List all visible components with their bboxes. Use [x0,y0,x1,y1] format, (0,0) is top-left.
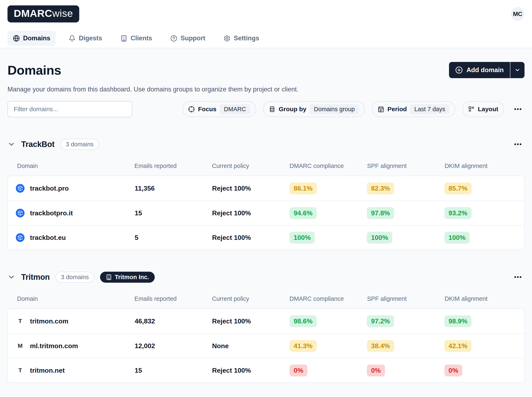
nav-item-label: Settings [234,35,259,42]
nav-item-support[interactable]: Support [165,31,211,46]
rows-icon [269,106,275,112]
logo-text-bold: DMARC [14,7,52,19]
table-header-row: DomainEmails reportedCurrent policyDMARC… [7,162,525,169]
emails-reported: 5 [125,234,202,242]
plus-circle-icon [455,66,463,74]
column-header: Current policy [202,295,280,302]
dkim-alignment-badge: 98.9% [444,315,472,327]
column-header: SPF alignment [357,295,435,302]
table-row[interactable]: trackbotpro.it 15 Reject 100% 94.6% 97.8… [8,201,524,225]
nav-item-label: Digests [79,35,102,42]
current-policy: Reject 100% [203,317,280,325]
dkim-alignment-badge: 85.7% [444,182,472,194]
column-header: DMARC compliance [280,295,357,302]
group-domain-count: 3 domains [56,272,94,283]
emails-reported: 15 [125,209,202,217]
nav-item-label: Domains [23,35,50,42]
column-header: DKIM alignment [435,295,525,302]
domain-favicon-icon [16,184,25,193]
domain-group-tritmon: Tritmon 3 domains Tritmon Inc. DomainEma… [7,270,525,383]
column-header: DKIM alignment [435,162,525,169]
domain-name: tritmon.com [30,317,69,325]
filter-domains-input[interactable] [7,101,132,117]
domain-letter-icon: M [16,342,25,349]
current-policy: Reject 100% [203,367,280,374]
building-icon [120,35,127,42]
dkim-alignment-badge: 100% [444,232,470,244]
domain-name: trackbot.eu [30,234,66,242]
current-policy: Reject 100% [203,234,280,242]
group-domain-count: 3 domains [60,139,99,150]
table-row[interactable]: trackbot.eu 5 Reject 100% 100% 100% 100% [8,225,524,250]
domain-name: trackbot.pro [30,185,69,192]
spf-alignment-badge: 82.3% [367,182,394,194]
domain-name: tritmon.net [30,367,65,374]
add-domain-button[interactable]: Add domain [449,62,510,78]
control-label: Group by [279,105,306,113]
table-header-row: DomainEmails reportedCurrent policyDMARC… [7,295,525,302]
building-icon [106,274,112,280]
page-title: Domains [7,63,61,78]
spf-alignment-badge: 38.4% [367,340,394,352]
nav-item-domains[interactable]: Domains [7,31,56,46]
spf-alignment-badge: 97.2% [367,315,394,327]
current-policy: None [203,342,280,350]
emails-reported: 46,832 [125,317,202,325]
spf-alignment-badge: 97.8% [367,207,394,219]
gear-icon [224,35,231,42]
page-subtitle: Manage your domains from this dashboard.… [7,86,525,93]
toolbar-controls: Focus DMARC Group by Domains group Perio… [182,101,525,117]
table-row[interactable]: M ml.tritmon.com 12,002 None 41.3% 38.4%… [8,333,524,358]
focus-control[interactable]: Focus DMARC [182,101,256,117]
group-title: TrackBot [21,140,55,149]
control-label: Period [388,105,407,113]
control-value: Last 7 days [410,104,449,114]
domain-favicon-icon [16,233,25,242]
toolbar: Focus DMARC Group by Domains group Perio… [7,101,525,117]
layout-control[interactable]: Layout [462,101,504,117]
domains-table: T tritmon.com 46,832 Reject 100% 98.6% 9… [7,309,525,383]
add-domain-menu-button[interactable] [510,62,525,78]
group-more-button[interactable] [511,138,525,151]
group-more-button[interactable] [511,270,525,284]
group-title: Tritmon [21,273,50,282]
dmarc-compliance-badge: 86.1% [289,182,317,194]
nav-item-settings[interactable]: Settings [218,31,264,46]
crosshair-icon [188,106,195,112]
layout-icon [468,106,475,112]
avatar[interactable]: MC [511,7,525,21]
help-icon [170,35,177,42]
dkim-alignment-badge: 0% [444,365,462,376]
bell-icon [69,35,75,42]
control-value: DMARC [220,104,250,114]
table-row[interactable]: trackbot.pro 11,356 Reject 100% 86.1% 82… [8,176,524,201]
dkim-alignment-badge: 42.1% [444,340,472,352]
domain-groups: TrackBot 3 domains DomainEmails reported… [7,138,525,383]
table-row[interactable]: T tritmon.net 15 Reject 100% 0% 0% 0% [8,358,524,382]
column-header: Emails reported [125,295,202,302]
spf-alignment-badge: 100% [367,232,392,244]
dmarc-compliance-badge: 94.6% [289,207,317,219]
dmarc-compliance-badge: 98.6% [289,315,317,327]
column-header: Emails reported [125,162,202,169]
domains-table: trackbot.pro 11,356 Reject 100% 86.1% 82… [7,176,525,250]
nav-item-label: Support [181,35,205,42]
nav-item-digests[interactable]: Digests [63,31,107,46]
group-by-control[interactable]: Group by Domains group [263,101,365,117]
dkim-alignment-badge: 93.2% [444,207,472,219]
dmarc-compliance-badge: 41.3% [289,340,317,352]
chevron-down-icon [514,67,520,73]
column-header: SPF alignment [357,162,435,169]
app-logo[interactable]: DMARCwise [7,5,79,22]
period-control[interactable]: Period Last 7 days [372,101,455,117]
toolbar-more-button[interactable] [511,102,525,116]
control-label: Focus [198,105,216,113]
current-policy: Reject 100% [203,209,280,217]
add-domain-label: Add domain [466,66,504,74]
nav-item-clients[interactable]: Clients [115,31,157,46]
spf-alignment-badge: 0% [367,365,385,376]
chevron-down-icon[interactable] [7,140,15,148]
table-row[interactable]: T tritmon.com 46,832 Reject 100% 98.6% 9… [8,309,524,333]
main-content: Domains Add domain Manage your domains f… [0,62,532,391]
chevron-down-icon[interactable] [7,273,15,281]
